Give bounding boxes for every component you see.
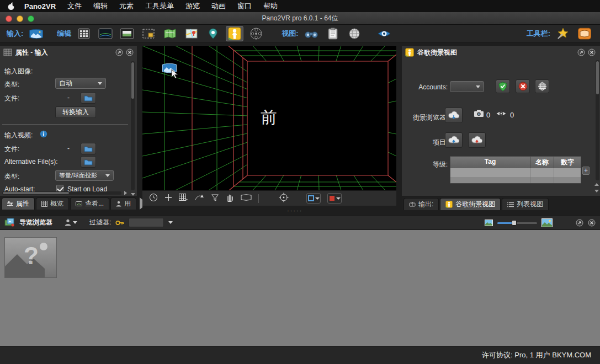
tile-keypad-icon[interactable] bbox=[75, 26, 93, 41]
undock-panel-icon[interactable] bbox=[577, 49, 585, 56]
tiles-icon bbox=[3, 49, 12, 56]
tab-google-streetview[interactable]: 谷歌街景视图 bbox=[440, 198, 501, 210]
thumbnail-size-slider[interactable] bbox=[497, 220, 537, 226]
minimize-window-button[interactable] bbox=[17, 15, 23, 22]
video-file-value: - bbox=[67, 144, 70, 152]
cloud-download-button[interactable] bbox=[445, 108, 463, 123]
menu-help[interactable]: 帮助 bbox=[263, 1, 278, 11]
account-verify-button[interactable] bbox=[496, 79, 510, 93]
chevron-down-icon bbox=[105, 174, 110, 177]
face-outline-mode-button[interactable] bbox=[306, 193, 321, 204]
user-filter-dropdown[interactable] bbox=[65, 219, 77, 226]
input-type-dropdown[interactable]: 自动 bbox=[55, 78, 106, 89]
menu-tour[interactable]: 游览 bbox=[185, 1, 200, 11]
menu-window[interactable]: 窗口 bbox=[237, 1, 252, 11]
undock-panel-icon[interactable] bbox=[576, 219, 583, 227]
list-icon bbox=[507, 202, 514, 207]
info-icon[interactable] bbox=[40, 130, 47, 138]
binoculars-icon[interactable] bbox=[302, 26, 320, 41]
pan-hand-icon[interactable] bbox=[226, 193, 234, 204]
grid-toggle-icon[interactable] bbox=[179, 194, 188, 203]
menu-tools[interactable]: 工具菜单 bbox=[145, 1, 174, 11]
placeholder-question-mark: ? bbox=[24, 242, 39, 270]
center-view-icon[interactable] bbox=[279, 192, 289, 204]
file-label: 文件: bbox=[4, 94, 19, 103]
clipboard-icon[interactable] bbox=[324, 26, 342, 41]
panorama-viewer-canvas[interactable]: 前 bbox=[142, 46, 396, 190]
cloud-upload-button[interactable] bbox=[445, 132, 463, 148]
tab-output[interactable]: 输出: bbox=[403, 198, 439, 210]
rotation-time-icon[interactable] bbox=[149, 193, 158, 204]
viewer-screen-icon[interactable] bbox=[97, 26, 114, 41]
add-level-button[interactable]: + bbox=[582, 167, 590, 175]
transform-arrow-icon[interactable] bbox=[194, 194, 204, 203]
menu-file[interactable]: 文件 bbox=[67, 1, 82, 11]
video-type-value: 等量/球面投影 bbox=[59, 172, 97, 180]
edit-label[interactable]: 编辑 bbox=[57, 29, 71, 39]
google-streetview-icon[interactable] bbox=[226, 26, 243, 41]
google-maps-icon[interactable] bbox=[183, 26, 200, 41]
wizard-star-icon[interactable] bbox=[554, 26, 572, 41]
view-section-label: 视图: bbox=[282, 29, 298, 39]
close-panel-icon[interactable] bbox=[588, 219, 596, 227]
account-remove-button[interactable] bbox=[516, 79, 530, 93]
horizontal-splitter-handle[interactable]: ····· bbox=[287, 207, 302, 214]
account-web-button[interactable] bbox=[535, 79, 549, 93]
filter-funnel-icon[interactable] bbox=[211, 194, 219, 204]
tab-viewer[interactable]: 查看... bbox=[70, 197, 109, 210]
menu-animation[interactable]: 动画 bbox=[211, 1, 226, 11]
accounts-dropdown[interactable] bbox=[450, 81, 484, 92]
levels-table-row[interactable] bbox=[450, 168, 581, 177]
browse-alternative-files-button[interactable] bbox=[81, 156, 96, 168]
close-window-button[interactable] bbox=[6, 15, 12, 22]
streetview-vertical-scrollbar[interactable] bbox=[596, 60, 599, 180]
patch-icon[interactable] bbox=[140, 26, 157, 41]
tab-overview[interactable]: 概览 bbox=[36, 197, 69, 210]
levels-table-row-empty bbox=[450, 177, 581, 183]
panorama-mode-icon[interactable] bbox=[241, 194, 252, 203]
apple-icon[interactable] bbox=[8, 2, 15, 10]
menu-edit[interactable]: 编辑 bbox=[93, 1, 108, 11]
panorama-thumbnail[interactable]: ? bbox=[4, 237, 57, 278]
input-panorama-icon[interactable] bbox=[27, 26, 45, 41]
tour-browser-bar: 导览浏览器 过滤器: bbox=[0, 215, 600, 230]
close-panel-icon[interactable] bbox=[126, 49, 134, 56]
cloud-publish-button[interactable] bbox=[468, 132, 486, 148]
main-toolbar: 输入: 编辑 视图: bbox=[0, 25, 600, 43]
key-icon[interactable] bbox=[115, 220, 124, 226]
slider-handle[interactable] bbox=[512, 220, 517, 226]
panorama-screen-icon[interactable] bbox=[118, 26, 136, 41]
tab-properties[interactable]: 属性 bbox=[2, 197, 35, 210]
tab-user-data[interactable]: 用 bbox=[110, 197, 136, 210]
streetview-panel: 谷歌街景视图 Accounts: 街景浏览器: bbox=[402, 46, 600, 196]
browse-file-button[interactable] bbox=[81, 92, 96, 104]
zoom-window-button[interactable] bbox=[28, 15, 34, 22]
add-node-icon[interactable] bbox=[164, 194, 172, 203]
camera-icon bbox=[474, 109, 484, 119]
browse-video-file-button[interactable] bbox=[81, 143, 96, 154]
filter-dropdown-caret[interactable] bbox=[168, 221, 173, 224]
eye-icon[interactable] bbox=[375, 26, 393, 41]
scroll-up-arrow-icon[interactable] bbox=[594, 183, 599, 186]
tour-browser-title: 导览浏览器 bbox=[19, 218, 52, 227]
time-globe-icon[interactable] bbox=[346, 26, 363, 41]
film-reel-icon[interactable] bbox=[247, 26, 265, 41]
menubar-app-name[interactable]: Pano2VR bbox=[24, 2, 56, 10]
transform-panorama-icon[interactable] bbox=[576, 26, 593, 41]
scroll-right-arrow-icon[interactable] bbox=[124, 191, 127, 195]
undock-panel-icon[interactable] bbox=[115, 49, 123, 56]
tab-list-view[interactable]: 列表视图 bbox=[502, 198, 549, 210]
toolbar-separator bbox=[258, 194, 259, 203]
scroll-down-arrow-icon[interactable] bbox=[594, 190, 599, 192]
convert-input-button[interactable]: 转换输入 bbox=[55, 106, 96, 118]
menu-elements[interactable]: 元素 bbox=[119, 1, 134, 11]
filter-input[interactable] bbox=[129, 218, 164, 227]
tour-map-icon[interactable] bbox=[161, 26, 179, 41]
face-fill-mode-button[interactable] bbox=[327, 193, 342, 204]
video-type-dropdown[interactable]: 等量/球面投影 bbox=[55, 170, 114, 181]
close-panel-icon[interactable] bbox=[588, 49, 596, 56]
properties-vertical-scrollbar[interactable] bbox=[131, 61, 135, 190]
window-title: Pano2VR pro 6.0.1 - 64位 bbox=[0, 12, 600, 24]
properties-horizontal-scrollbar[interactable] bbox=[2, 191, 121, 195]
map-pin-icon[interactable] bbox=[204, 26, 222, 41]
